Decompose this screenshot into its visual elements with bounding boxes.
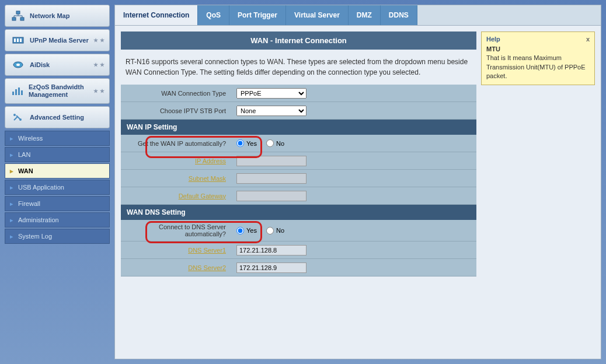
- sidebar-item-advanced[interactable]: Advanced Setting: [5, 106, 110, 128]
- help-body-text: That is It means Maximum Transmission Un…: [486, 54, 586, 79]
- svg-rect-12: [21, 90, 23, 95]
- sidebar-item-aidisk[interactable]: AiDisk: [5, 54, 110, 76]
- help-heading: MTU: [486, 46, 500, 52]
- sub-item-usb[interactable]: USB Application: [5, 180, 110, 195]
- label-default-gateway[interactable]: Default Gateway: [121, 189, 232, 203]
- input-dns1[interactable]: [236, 245, 307, 256]
- sidebar-item-ezqos[interactable]: EzQoS Bandwidth Management: [5, 78, 110, 104]
- media-icon: [11, 34, 25, 46]
- input-subnet-mask: [236, 173, 307, 184]
- sub-item-wireless[interactable]: Wireless: [5, 131, 110, 146]
- input-default-gateway: [236, 191, 307, 201]
- svg-rect-1: [12, 18, 16, 20]
- page-description: RT-N16 supports several connection types…: [121, 50, 476, 85]
- label-dns2[interactable]: DNS Server2: [121, 261, 232, 275]
- label-dns1[interactable]: DNS Server1: [121, 243, 232, 257]
- sub-item-wan[interactable]: WAN: [5, 163, 110, 178]
- tab-virtual-server[interactable]: Virtual Server: [286, 5, 349, 25]
- sidebar-label: AiDisk: [30, 61, 50, 68]
- radio-dns-auto: Yes No: [236, 227, 284, 235]
- sidebar-label: UPnP Media Server: [30, 37, 89, 44]
- svg-rect-4: [14, 38, 16, 42]
- tab-port-trigger[interactable]: Port Trigger: [229, 5, 286, 25]
- tab-bar: Internet Connection QoS Port Trigger Vir…: [115, 5, 601, 26]
- radio-wan-ip-yes[interactable]: [236, 139, 244, 147]
- label-ip-address[interactable]: IP Address: [121, 154, 232, 168]
- svg-rect-0: [16, 11, 20, 14]
- section-wan-ip: WAN IP Setting: [121, 120, 476, 135]
- sidebar-label: Network Map: [30, 12, 69, 19]
- radio-dns-no[interactable]: [266, 227, 274, 235]
- disk-icon: [11, 59, 25, 71]
- sub-item-lan[interactable]: LAN: [5, 147, 110, 162]
- svg-rect-10: [15, 89, 17, 95]
- help-title: Help: [486, 36, 500, 43]
- svg-point-13: [13, 114, 16, 116]
- sub-item-firewall[interactable]: Firewall: [5, 196, 110, 211]
- qos-icon: [11, 85, 24, 97]
- tab-dmz[interactable]: DMZ: [349, 5, 381, 25]
- label-iptv-port: Choose IPTV STB Port: [121, 104, 232, 118]
- svg-rect-9: [12, 92, 14, 95]
- sidebar-sublist: Wireless LAN WAN USB Application Firewal…: [5, 131, 110, 244]
- radio-wan-ip-no[interactable]: [266, 139, 274, 147]
- svg-rect-11: [18, 88, 20, 95]
- svg-point-14: [19, 118, 22, 121]
- content-area: WAN - Internet Connection RT-N16 support…: [121, 32, 476, 353]
- select-wan-conn-type[interactable]: PPPoE: [236, 88, 307, 99]
- sub-item-admin[interactable]: Administration: [5, 212, 110, 228]
- help-close-button[interactable]: x: [586, 36, 590, 43]
- label-subnet-mask[interactable]: Subnet Mask: [121, 172, 232, 186]
- svg-point-8: [16, 64, 20, 66]
- svg-rect-2: [20, 18, 24, 20]
- sidebar: Network Map UPnP Media Server AiDisk EzQ…: [5, 5, 110, 359]
- input-ip-address: [236, 156, 307, 166]
- section-wan-dns: WAN DNS Setting: [121, 205, 476, 220]
- network-icon: [11, 10, 25, 22]
- radio-dns-yes[interactable]: [236, 227, 244, 235]
- sidebar-item-upnp[interactable]: UPnP Media Server: [5, 29, 110, 51]
- tools-icon: [11, 111, 25, 123]
- sidebar-label: Advanced Setting: [30, 114, 84, 121]
- select-iptv-port[interactable]: None: [236, 106, 307, 116]
- help-panel: Help x MTU That is It means Maximum Tran…: [481, 32, 595, 85]
- input-dns2[interactable]: [236, 262, 307, 273]
- label-wan-conn-type: WAN Connection Type: [121, 86, 232, 100]
- label-dns-auto: Connect to DNS Server automatically?: [121, 220, 232, 241]
- page-title: WAN - Internet Connection: [121, 32, 476, 50]
- svg-rect-5: [17, 38, 19, 42]
- tab-internet-connection[interactable]: Internet Connection: [115, 5, 198, 25]
- main-panel: Internet Connection QoS Port Trigger Vir…: [114, 5, 601, 359]
- sidebar-item-network-map[interactable]: Network Map: [5, 5, 110, 27]
- sub-item-syslog[interactable]: System Log: [5, 229, 110, 244]
- sidebar-label: EzQoS Bandwidth Management: [29, 83, 103, 99]
- tab-ddns[interactable]: DDNS: [381, 5, 417, 25]
- label-wan-ip-auto: Get the WAN IP automatically?: [121, 136, 232, 150]
- svg-rect-6: [20, 38, 22, 42]
- radio-wan-ip-auto: Yes No: [236, 139, 284, 147]
- tab-qos[interactable]: QoS: [198, 5, 229, 25]
